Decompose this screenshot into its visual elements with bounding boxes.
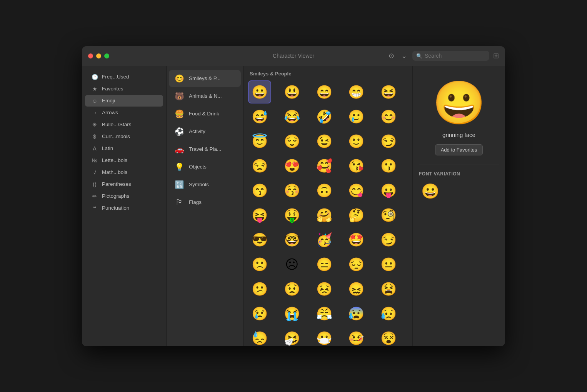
emoji-cell[interactable]: 😆 [377,80,400,103]
category-item-smileys[interactable]: 😊Smileys & P... [169,70,241,87]
emoji-cell[interactable]: 😀 [248,80,271,103]
grid-view-icon[interactable]: ⊞ [493,52,499,60]
sidebar-item-freq-used[interactable]: 🕐Freq...Used [85,71,163,83]
emoji-cell[interactable]: 😔 [345,253,368,276]
category-item-flags[interactable]: 🏳Flags [169,194,241,210]
sidebar-item-currency[interactable]: $Curr...mbols [85,131,163,142]
sidebar-label-favorites: Favorites [102,86,123,92]
emoji-cell[interactable]: 😢 [248,302,271,325]
emoji-cell[interactable]: 😏 [377,228,400,251]
emoji-cell[interactable]: 😰 [345,302,368,325]
emoji-cell[interactable]: 🤧 [280,327,304,346]
add-to-favorites-button[interactable]: Add to Favorites [435,144,483,155]
emoji-cell[interactable]: 😐 [377,253,400,276]
emoji-cell[interactable]: 😣 [313,277,336,300]
traffic-lights [88,53,109,58]
sidebar-icon-math: √ [91,169,98,175]
emoji-cell[interactable]: 😇 [248,130,271,153]
emoji-cell[interactable]: 😁 [345,80,368,103]
category-item-food[interactable]: 🍔Food & Drink [169,105,241,122]
emoji-cell[interactable]: 😓 [248,327,271,346]
emoji-cell[interactable]: 🙂 [345,130,368,153]
emoji-cell[interactable]: ☹ [280,253,304,276]
dropdown-button[interactable]: ⌄ [400,51,409,61]
emoji-cell[interactable]: 😟 [280,277,304,300]
emoji-cell[interactable]: 😘 [345,154,368,177]
emoji-cell[interactable]: 😚 [280,179,304,202]
emoji-cell[interactable]: 🥲 [345,105,368,128]
emoji-cell[interactable]: 😂 [280,105,304,128]
sidebar-label-math: Math...bols [102,169,127,175]
emoji-cell[interactable]: 🤒 [345,327,368,346]
sidebar-item-favorites[interactable]: ★Favorites [85,83,163,95]
titlebar: Character Viewer ⊙ ⌄ 🔍 ⊞ [82,46,505,66]
emoji-cell[interactable]: 😵 [377,327,400,346]
sidebar-item-bullets[interactable]: ✳Bulle.../Stars [85,119,163,130]
category-item-travel[interactable]: 🚗Travel & Pla... [169,141,241,158]
search-input[interactable] [425,53,485,59]
emoji-cell[interactable]: 😄 [313,80,336,103]
sidebar-label-bullets: Bulle.../Stars [102,122,132,127]
sidebar-label-arrows: Arrows [102,110,118,115]
emoji-grid: 😀😃😄😁😆😅😂🤣🥲😊😇😌😉🙂😏😒😍🥰😘😗😙😚🙃😋😛😝🤑🤗🤔🧐😎🤓🥳🤩😏🙁☹😑😔😐… [248,80,408,346]
category-item-symbols[interactable]: 🔣Symbols [169,176,241,193]
emoji-cell[interactable]: 🙃 [313,179,336,202]
sidebar-icon-arrows: → [91,110,98,116]
emoji-cell[interactable]: 🤣 [313,105,336,128]
sidebar-item-letterlike[interactable]: №Lette...bols [85,155,163,166]
emoji-cell[interactable]: 😍 [280,154,304,177]
close-button[interactable] [88,53,93,58]
emoji-cell[interactable]: 😊 [377,105,400,128]
font-variation-emoji[interactable]: 😀 [419,180,442,202]
emoji-cell[interactable]: 😎 [248,228,271,251]
emoji-cell[interactable]: 😷 [313,327,336,346]
emoji-cell[interactable]: 🤔 [345,204,368,227]
emoji-cell[interactable]: 🥰 [313,154,336,177]
sidebar-item-punctuation[interactable]: ❝Punctuation [85,202,163,214]
emoji-cell[interactable]: 🤩 [345,228,368,251]
maximize-button[interactable] [104,53,109,58]
emoji-cell[interactable]: 😛 [377,179,400,202]
emoji-cell[interactable]: 😭 [280,302,304,325]
emoji-cell[interactable]: 😃 [280,80,304,103]
emoji-cell[interactable]: 😥 [377,302,400,325]
sidebar-item-pictographs[interactable]: ✏Pictographs [85,190,163,202]
emoji-cell[interactable]: 🤗 [313,204,336,227]
category-item-animals[interactable]: 🐻Animals & N... [169,88,241,105]
emoji-cell[interactable]: 😙 [248,179,271,202]
minimize-button[interactable] [96,53,101,58]
emoji-cell[interactable]: 😗 [377,154,400,177]
emoji-cell[interactable]: 🤓 [280,228,304,251]
sidebar-item-arrows[interactable]: →Arrows [85,107,163,118]
sidebar-item-math[interactable]: √Math...bols [85,167,163,178]
emoji-cell[interactable]: 😏 [377,130,400,153]
sidebar-item-parentheses[interactable]: ()Parentheses [85,178,163,190]
emoji-cell[interactable]: 😒 [248,154,271,177]
sidebar-item-emoji[interactable]: ☺Emoji [85,95,163,107]
category-label-activity: Activity [189,128,205,134]
emoji-cell[interactable]: 🧐 [377,204,400,227]
emoji-cell[interactable]: 😝 [248,204,271,227]
emoji-cell[interactable]: 😉 [313,130,336,153]
emoji-cell[interactable]: 🙁 [248,253,271,276]
emoji-cell[interactable]: 😋 [345,179,368,202]
right-panel: 😀 grinning face Add to Favorites Font Va… [413,66,505,346]
emoji-cell[interactable]: 😕 [248,277,271,300]
emoji-cell[interactable]: 🥳 [313,228,336,251]
category-item-activity[interactable]: ⚽Activity [169,123,241,140]
titlebar-right: ⊙ ⌄ 🔍 ⊞ [387,51,499,61]
emoji-cell[interactable]: 😖 [345,277,368,300]
sidebar-item-latin[interactable]: ALatin [85,143,163,154]
emoji-cell[interactable]: 🤑 [280,204,304,227]
category-item-objects[interactable]: 💡Objects [169,158,241,175]
emoji-section-title: Smileys & People [248,71,408,77]
emoji-area: Smileys & People 😀😃😄😁😆😅😂🤣🥲😊😇😌😉🙂😏😒😍🥰😘😗😙😚🙃… [243,66,413,346]
emoji-cell[interactable]: 😫 [377,277,400,300]
emoji-cell[interactable]: 😤 [313,302,336,325]
search-bar[interactable]: 🔍 [412,51,489,61]
emoji-cell[interactable]: 😅 [248,105,271,128]
recent-icon-button[interactable]: ⊙ [387,51,396,61]
sidebar-icon-currency: $ [91,133,98,140]
emoji-cell[interactable]: 😌 [280,130,304,153]
emoji-cell[interactable]: 😑 [313,253,336,276]
